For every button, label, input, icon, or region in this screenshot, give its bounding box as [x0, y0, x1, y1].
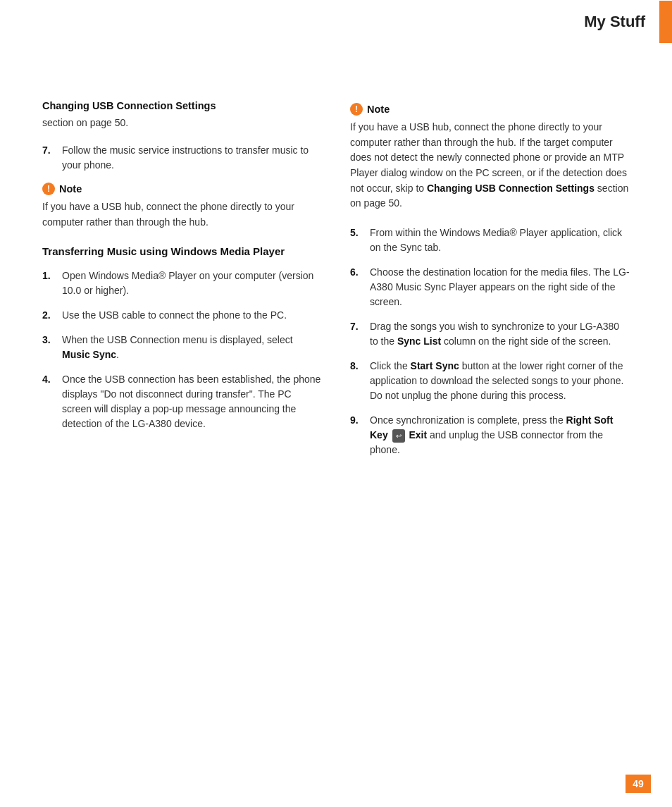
- header: My Stuff: [584, 0, 672, 44]
- step-7-num: 7.: [42, 143, 58, 173]
- page-container: My Stuff Changing USB Connection Setting…: [0, 0, 672, 807]
- step-7-right-text: Drag the songs you wish to synchronize t…: [370, 319, 630, 349]
- step-1-num: 1.: [42, 269, 58, 298]
- step-6: 6. Choose the destination location for t…: [350, 265, 630, 309]
- step-7-right-num: 7.: [350, 319, 366, 349]
- step-7-right: 7. Drag the songs you wish to synchroniz…: [350, 319, 630, 349]
- note-text-2: If you have a USB hub, connect the phone…: [350, 120, 630, 211]
- header-accent: [659, 1, 672, 43]
- step-5: 5. From within the Windows Media® Player…: [350, 226, 630, 255]
- step-8-num: 8.: [350, 359, 366, 403]
- note-text-1: If you have a USB hub, connect the phone…: [42, 199, 322, 230]
- step-3-text: When the USB Connection menu is displaye…: [62, 333, 322, 362]
- note-label-2: Note: [367, 104, 390, 115]
- step-6-num: 6.: [350, 265, 366, 309]
- step-7-left: 7. Follow the music service instructions…: [42, 143, 322, 173]
- note-block-2: ! Note If you have a USB hub, connect th…: [350, 103, 630, 211]
- step-5-num: 5.: [350, 226, 366, 255]
- note-label-1: Note: [59, 183, 82, 195]
- step-3-num: 3.: [42, 333, 58, 362]
- step-6-text: Choose the destination location for the …: [370, 265, 630, 309]
- step-8: 8. Click the Start Sync button at the lo…: [350, 359, 630, 403]
- step-4: 4. Once the USB connection has been esta…: [42, 372, 322, 431]
- note-icon-1: !: [42, 183, 55, 195]
- step-8-text: Click the Start Sync button at the lower…: [370, 359, 630, 403]
- section-subtext: section on page 50.: [42, 116, 322, 130]
- note-title-1: ! Note: [42, 183, 322, 195]
- step-3: 3. When the USB Connection menu is displ…: [42, 333, 322, 362]
- transfer-heading: Transferring Music using Windows Media P…: [42, 245, 322, 259]
- note-block-1: ! Note If you have a USB hub, connect th…: [42, 183, 322, 230]
- step-9-text: Once synchronization is complete, press …: [370, 413, 630, 457]
- step-4-text: Once the USB connection has been establi…: [62, 372, 322, 431]
- step-5-text: From within the Windows Media® Player ap…: [370, 226, 630, 255]
- note-title-2: ! Note: [350, 103, 630, 116]
- right-soft-key-icon: ↩: [392, 429, 405, 443]
- step-1: 1. Open Windows Media® Player on your co…: [42, 269, 322, 298]
- step-9: 9. Once synchronization is complete, pre…: [350, 413, 630, 457]
- step-7-text: Follow the music service instructions to…: [62, 143, 322, 173]
- step-2: 2. Use the USB cable to connect the phon…: [42, 308, 322, 323]
- columns-layout: Changing USB Connection Settings section…: [42, 99, 630, 765]
- page-number: 49: [626, 775, 651, 793]
- header-title: My Stuff: [584, 0, 659, 44]
- note-icon-2: !: [350, 103, 363, 116]
- right-column: ! Note If you have a USB hub, connect th…: [350, 99, 630, 765]
- left-column: Changing USB Connection Settings section…: [42, 99, 322, 765]
- step-2-text: Use the USB cable to connect the phone t…: [62, 308, 322, 323]
- step-1-text: Open Windows Media® Player on your compu…: [62, 269, 322, 298]
- step-9-num: 9.: [350, 413, 366, 457]
- changing-usb-heading: Changing USB Connection Settings: [42, 99, 322, 113]
- step-2-num: 2.: [42, 308, 58, 323]
- step-4-num: 4.: [42, 372, 58, 431]
